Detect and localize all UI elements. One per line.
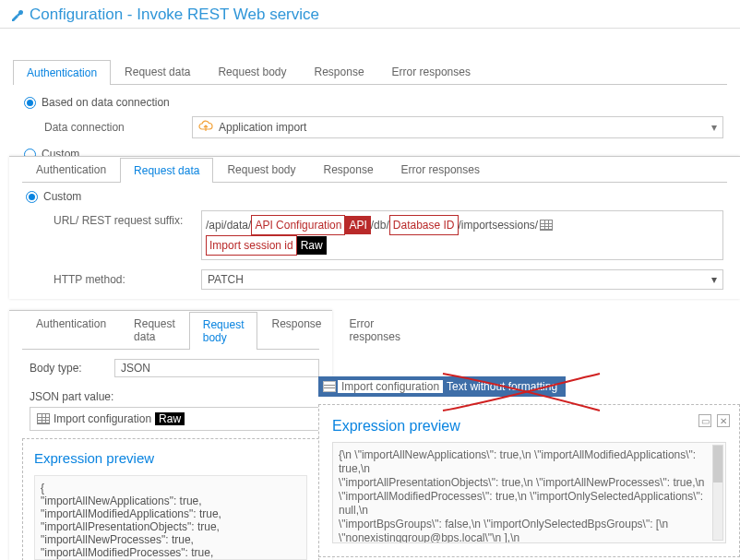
tab-authentication[interactable]: Authentication — [13, 60, 111, 85]
cloud-icon — [198, 120, 213, 136]
preview-title-left: Expression preview — [34, 450, 307, 466]
chip-import-config: Import configuration — [54, 412, 151, 425]
data-connection-value: Application import — [219, 121, 306, 134]
token-api-config: API Configuration — [251, 215, 345, 235]
panel-request-data: Authentication Request data Request body… — [9, 156, 740, 299]
tabs-row-2: Authentication Request data Request body… — [22, 157, 727, 183]
tab2-response[interactable]: Response — [310, 157, 388, 182]
tab3-error-responses[interactable]: Error responses — [336, 311, 414, 349]
chip-import-config-2: Import configuration — [338, 380, 443, 393]
formatting-chip[interactable]: Import configurationText without formatt… — [318, 376, 566, 397]
url-text: /importsessions/ — [459, 216, 539, 234]
tab-response[interactable]: Response — [301, 59, 378, 84]
url-text: /db/ — [371, 216, 389, 234]
tools-icon — [9, 7, 24, 22]
label-url-suffix: URL/ REST request suffix: — [54, 210, 201, 260]
panel-text-without-formatting: Import configurationText without formatt… — [318, 376, 740, 557]
panel-authentication: Authentication Request data Request body… — [0, 31, 740, 161]
label-data-connection: Data connection — [44, 121, 192, 134]
json-preview-box: { "importAllNewApplications": true, "imp… — [34, 475, 307, 560]
token-api: API — [345, 216, 370, 234]
grid-icon — [37, 413, 50, 424]
url-text: /api/data/ — [206, 216, 251, 234]
chip-raw: Raw — [155, 412, 185, 425]
tab-error-responses[interactable]: Error responses — [378, 59, 484, 84]
radio-based-label: Based on data connection — [42, 96, 170, 109]
radio-custom-url-label: Custom — [43, 190, 81, 203]
tabs-row-1: Authentication Request data Request body… — [13, 59, 727, 85]
escaped-json-box: {\n \"importAllNewApplications\": true,\… — [332, 442, 726, 543]
token-raw: Raw — [297, 236, 327, 255]
window-title: Configuration - Invoke REST Web service — [30, 6, 319, 24]
chevron-down-icon: ▾ — [711, 273, 717, 286]
tab3-authentication[interactable]: Authentication — [22, 311, 120, 349]
tabs-row-3: Authentication Request data Request body… — [22, 311, 319, 350]
chip-text-without-formatting: Text without formatting — [443, 380, 561, 393]
http-method-select[interactable]: PATCH ▾ — [201, 269, 723, 290]
tab-request-data[interactable]: Request data — [111, 59, 204, 84]
expand-icon[interactable]: ▭ — [698, 414, 711, 427]
tab2-authentication[interactable]: Authentication — [22, 157, 120, 182]
tab3-response[interactable]: Response — [257, 311, 335, 349]
body-type-value: JSON — [121, 362, 150, 375]
tab-request-body[interactable]: Request body — [204, 59, 300, 84]
json-part-input[interactable]: Import configurationRaw — [30, 407, 319, 431]
tab2-request-body[interactable]: Request body — [213, 157, 309, 182]
expression-preview-right: Expression preview ▭ ✕ {\n \"importAllNe… — [318, 404, 740, 557]
label-http-method: HTTP method: — [54, 269, 201, 290]
radio-custom-url[interactable] — [26, 191, 38, 203]
grid-icon — [323, 381, 336, 392]
data-connection-select[interactable]: Application import ▾ — [192, 116, 723, 138]
label-json-part: JSON part value: — [30, 390, 319, 403]
radio-based-on-connection[interactable] — [24, 97, 36, 109]
window-header: Configuration - Invoke REST Web service — [0, 0, 740, 29]
scroll-thumb[interactable] — [713, 446, 722, 483]
grid-icon[interactable] — [540, 220, 553, 231]
body-type-select[interactable]: JSON — [114, 359, 319, 377]
token-db-id: Database ID — [389, 215, 459, 235]
tab2-request-data[interactable]: Request data — [120, 158, 213, 183]
token-session-id: Import session id — [206, 235, 297, 256]
chevron-down-icon: ▾ — [711, 121, 717, 134]
scrollbar[interactable] — [712, 445, 723, 541]
label-body-type: Body type: — [30, 362, 114, 375]
panel-request-body: Authentication Request data Request body… — [9, 310, 332, 560]
tab2-error-responses[interactable]: Error responses — [388, 157, 494, 182]
tab3-request-body[interactable]: Request body — [189, 312, 258, 350]
tab3-request-data[interactable]: Request data — [120, 311, 189, 349]
expression-preview-left: Expression preview { "importAllNewApplic… — [22, 438, 319, 560]
http-method-value: PATCH — [208, 273, 244, 286]
close-icon[interactable]: ✕ — [717, 414, 730, 427]
preview-title-right: Expression preview — [332, 418, 726, 435]
url-suffix-input[interactable]: /api/data/API ConfigurationAPI/db/Databa… — [201, 210, 723, 260]
